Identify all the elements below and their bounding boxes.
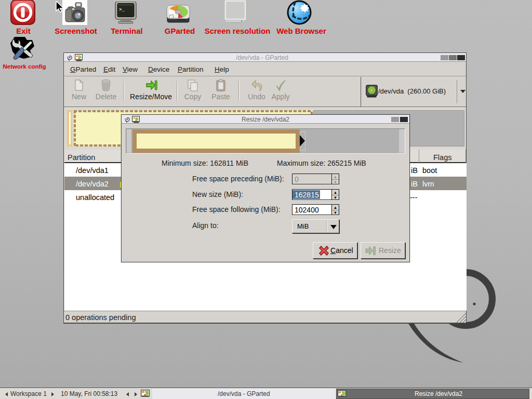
svg-text:>_: >_ bbox=[119, 7, 125, 12]
